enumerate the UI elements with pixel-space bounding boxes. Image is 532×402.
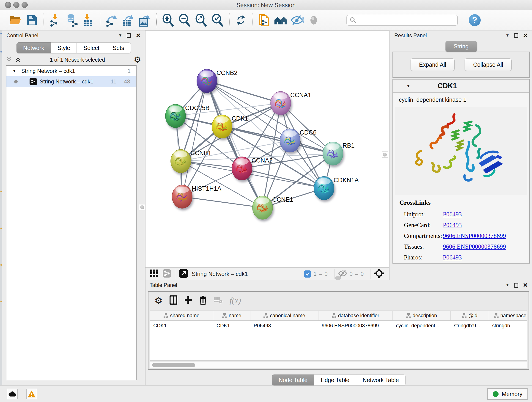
network-view-mode-icon[interactable] bbox=[162, 269, 171, 279]
zoom-fit-icon[interactable] bbox=[194, 13, 208, 27]
export-table-icon[interactable] bbox=[121, 13, 135, 27]
detach-view-icon[interactable] bbox=[179, 269, 188, 279]
table-options-gear-icon[interactable]: ⚙ bbox=[154, 296, 163, 305]
column-header-description[interactable]: description bbox=[393, 311, 451, 320]
table-cell[interactable]: cyclin–dependent ... bbox=[393, 321, 451, 331]
node-HIST1H1A[interactable] bbox=[172, 185, 192, 208]
maximize-panel-icon[interactable] bbox=[514, 283, 518, 288]
delete-column-icon[interactable] bbox=[199, 295, 207, 306]
crosslink-tissues-link[interactable]: 9606.ENSP00000378699 bbox=[443, 243, 506, 250]
node-CCNB2[interactable] bbox=[197, 69, 217, 93]
expand-all-button[interactable]: Expand All bbox=[411, 58, 455, 71]
horizontal-splitter-handle[interactable] bbox=[335, 276, 341, 280]
tab-network[interactable]: Network bbox=[17, 42, 51, 53]
maximize-panel-icon[interactable] bbox=[127, 33, 131, 38]
table-cell[interactable]: stringdb bbox=[489, 321, 527, 331]
warnings-button[interactable] bbox=[26, 389, 37, 399]
memory-button[interactable]: Memory bbox=[487, 388, 528, 400]
zoom-out-icon[interactable] bbox=[178, 13, 191, 27]
selected-elements-checkbox[interactable] bbox=[304, 270, 311, 278]
zoom-selected-icon[interactable] bbox=[211, 13, 224, 27]
network-options-gear-icon[interactable]: ⚙ bbox=[134, 56, 141, 64]
table-cell[interactable]: 9606.ENSP00000378699 bbox=[318, 321, 393, 331]
tab-select[interactable]: Select bbox=[77, 42, 106, 53]
left-splitter-handle[interactable] bbox=[139, 204, 145, 211]
table-row[interactable]: CDK1CDK1P064939606.ENSP00000378699cyclin… bbox=[150, 321, 527, 331]
node-table[interactable]: shared namenamecanonical namedatabase id… bbox=[150, 311, 527, 361]
search-input[interactable] bbox=[346, 15, 458, 26]
collection-expander-icon[interactable]: ▼ bbox=[12, 69, 16, 73]
table-cell[interactable]: P06493 bbox=[250, 321, 318, 331]
tab-edge-table[interactable]: Edge Table bbox=[314, 375, 356, 385]
node-CDC25B[interactable] bbox=[165, 104, 186, 128]
export-image-icon[interactable] bbox=[138, 13, 151, 27]
node-CDKN1A[interactable] bbox=[314, 177, 334, 200]
crosslink-genecard-link[interactable]: P06493 bbox=[443, 222, 462, 229]
tab-string[interactable]: String bbox=[445, 41, 477, 52]
tab-sets[interactable]: Sets bbox=[106, 42, 131, 53]
node-CCNA2[interactable] bbox=[232, 157, 252, 180]
grid-view-icon[interactable] bbox=[150, 269, 158, 279]
import-network-icon[interactable] bbox=[49, 13, 62, 27]
node-CCNB1[interactable] bbox=[171, 149, 191, 173]
tab-node-table[interactable]: Node Table bbox=[272, 375, 314, 385]
export-network-icon[interactable] bbox=[105, 13, 118, 27]
float-panel-icon[interactable]: ▼ bbox=[505, 33, 509, 38]
edge-CCNB2-HIST1H1A[interactable] bbox=[182, 81, 207, 197]
column-header-database-identifier[interactable]: database identifier bbox=[318, 311, 393, 320]
add-column-icon[interactable] bbox=[184, 296, 192, 305]
float-panel-icon[interactable]: ▼ bbox=[118, 33, 122, 38]
node-CCNA1[interactable] bbox=[271, 91, 291, 115]
column-header-shared-name[interactable]: shared name bbox=[150, 311, 213, 320]
gene-header-row[interactable]: ▼ CDK1 bbox=[393, 80, 529, 93]
share-document-icon[interactable] bbox=[258, 13, 271, 27]
import-table-icon[interactable] bbox=[82, 13, 95, 27]
tab-network-table[interactable]: Network Table bbox=[356, 375, 405, 385]
column-header-name[interactable]: name bbox=[213, 311, 250, 320]
close-panel-icon[interactable]: ✕ bbox=[523, 32, 528, 38]
birds-eye-view-icon[interactable] bbox=[374, 268, 384, 279]
column-header-canonical-name[interactable]: canonical name bbox=[250, 311, 318, 320]
float-panel-icon[interactable]: ▼ bbox=[505, 283, 509, 287]
node-CDC6[interactable] bbox=[280, 129, 300, 152]
crosslink-compartments-link[interactable]: 9606.ENSP00000378699 bbox=[443, 232, 506, 240]
zoom-in-icon[interactable] bbox=[161, 13, 175, 27]
crosslink-uniprot-link[interactable]: P06493 bbox=[443, 211, 462, 218]
collection-count: 1 bbox=[128, 68, 131, 74]
column-header--id[interactable]: @id bbox=[451, 311, 489, 320]
hide-graphics-details-icon[interactable] bbox=[291, 13, 304, 27]
maximize-panel-icon[interactable] bbox=[514, 33, 518, 38]
network-canvas[interactable]: CCNB2CCNA1CDC25BCDK1CDC6RB1CCNB1CCNA2CDK… bbox=[146, 31, 389, 268]
network-collection-row[interactable]: ▼ String Network – cdk1 1 bbox=[6, 66, 136, 76]
right-splitter-handle[interactable] bbox=[382, 152, 388, 158]
crosslinks-heading: CrossLinks bbox=[393, 199, 529, 206]
expand-all-networks-icon[interactable] bbox=[15, 56, 21, 63]
node-CDK1[interactable] bbox=[212, 115, 232, 138]
node-CCNE1[interactable] bbox=[253, 196, 273, 219]
tab-style[interactable]: Style bbox=[51, 42, 77, 53]
table-cell[interactable]: CDK1 bbox=[150, 321, 213, 331]
open-session-icon[interactable] bbox=[9, 13, 22, 27]
crosslink-pharos-link[interactable]: P06493 bbox=[443, 254, 462, 261]
cloud-status-button[interactable] bbox=[7, 389, 18, 399]
home-icon[interactable] bbox=[274, 13, 287, 27]
refresh-view-icon[interactable] bbox=[234, 13, 247, 27]
collapse-all-networks-icon[interactable] bbox=[6, 56, 12, 63]
collapse-all-button[interactable]: Collapse All bbox=[465, 58, 512, 71]
import-network-database-icon[interactable] bbox=[65, 13, 78, 27]
network-row[interactable]: String Network – cdk1 11 48 bbox=[6, 76, 136, 87]
column-header-namespace[interactable]: namespace bbox=[489, 311, 527, 320]
edge-HIST1H1A-CCNE1[interactable] bbox=[182, 197, 263, 208]
table-cell[interactable]: stringdb:9... bbox=[451, 321, 489, 331]
show-columns-icon[interactable] bbox=[170, 295, 177, 306]
close-panel-icon[interactable]: ✕ bbox=[523, 282, 528, 288]
save-session-icon[interactable] bbox=[25, 13, 38, 27]
table-cell[interactable]: CDK1 bbox=[213, 321, 250, 331]
gene-expander-icon[interactable]: ▼ bbox=[406, 83, 411, 89]
edge-CCNB2-CCNA1[interactable] bbox=[207, 81, 281, 103]
close-panel-icon[interactable]: ✕ bbox=[136, 32, 141, 38]
help-button[interactable]: ? bbox=[469, 14, 481, 26]
scrollbar-thumb[interactable] bbox=[152, 363, 195, 367]
table-horizontal-scrollbar[interactable] bbox=[150, 362, 527, 368]
node-RB1[interactable] bbox=[323, 142, 343, 165]
